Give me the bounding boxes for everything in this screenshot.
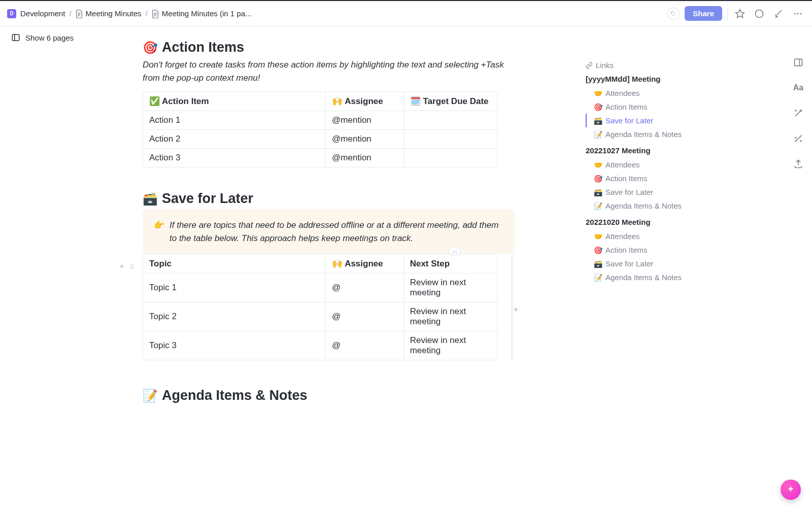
outline-item[interactable]: 📝Agenda Items & Notes: [586, 127, 685, 141]
outline-panel: Links [yyyyMMdd] Meeting🤝Attendees🎯Actio…: [586, 61, 685, 284]
table-cell[interactable]: Review in next meeting: [404, 274, 497, 302]
outline-item[interactable]: 📝Agenda Items & Notes: [586, 270, 685, 284]
outline-item[interactable]: 🤝Attendees: [586, 229, 685, 243]
table-cell[interactable]: @mention: [326, 111, 404, 130]
breadcrumb-leaf[interactable]: Meeting Minutes (in 1 pa...: [152, 9, 252, 18]
outline-item[interactable]: 🎯Action Items: [586, 172, 685, 185]
typography-icon[interactable]: Aa: [793, 82, 804, 93]
table-cell[interactable]: Topic 3: [143, 331, 326, 360]
outline-item[interactable]: 🎯Action Items: [586, 100, 685, 114]
magic-icon[interactable]: [793, 133, 804, 144]
outline-links-header[interactable]: Links: [586, 61, 685, 70]
target-icon: 🎯: [143, 41, 158, 55]
star-icon[interactable]: [733, 7, 747, 21]
drag-handle-icon[interactable]: [128, 263, 136, 270]
outline-item[interactable]: 🗃️Save for Later: [586, 185, 685, 199]
save-later-table[interactable]: Topic 🙌 Assignee Next Step Topic 1@Revie…: [143, 254, 498, 360]
table-cell[interactable]: @: [326, 302, 404, 331]
breadcrumb-mid[interactable]: Meeting Minutes: [76, 9, 142, 18]
table-cell[interactable]: [404, 111, 497, 130]
show-pages-label: Show 6 pages: [25, 33, 74, 42]
table-cell[interactable]: Action 2: [143, 130, 326, 149]
table-cell[interactable]: @: [326, 331, 404, 360]
check-icon: ✅: [149, 96, 160, 106]
outline-item[interactable]: 🤝Attendees: [586, 158, 685, 172]
outline-item[interactable]: 🗃️Save for Later: [586, 114, 685, 127]
save-later-callout-text: If there are topics that need to be addr…: [170, 219, 503, 245]
breadcrumb-root[interactable]: Development: [20, 9, 65, 18]
svg-rect-6: [12, 35, 19, 41]
outline-item[interactable]: 🎯Action Items: [586, 243, 685, 257]
table-cell[interactable]: [404, 149, 497, 167]
svg-point-21: [456, 252, 457, 253]
show-pages-toggle[interactable]: Show 6 pages: [11, 33, 74, 42]
ai-fab-button[interactable]: [781, 480, 801, 500]
outline-item[interactable]: 🗃️Save for Later: [586, 257, 685, 270]
agenda-heading[interactable]: 📝 Agenda Items & Notes: [143, 388, 507, 403]
more-icon[interactable]: [791, 7, 805, 21]
table-cell[interactable]: Topic 2: [143, 302, 326, 331]
table-row[interactable]: Topic 2@Review in next meeting: [143, 302, 497, 331]
outline-section[interactable]: 20221027 Meeting: [586, 146, 685, 155]
action-items-heading[interactable]: 🎯 Action Items: [143, 40, 507, 55]
table-cell[interactable]: @mention: [326, 149, 404, 167]
col-topic[interactable]: Topic: [143, 254, 326, 274]
table-row[interactable]: Topic 3@Review in next meeting: [143, 331, 497, 360]
svg-point-13: [132, 266, 133, 267]
table-cell[interactable]: Review in next meeting: [404, 302, 497, 331]
table-cell[interactable]: Action 3: [143, 149, 326, 167]
add-column-button[interactable]: +: [514, 305, 518, 314]
table-cell[interactable]: Review in next meeting: [404, 331, 497, 360]
table-row[interactable]: Action 3@mention: [143, 149, 497, 167]
table-cell[interactable]: Action 1: [143, 111, 326, 130]
outline-section[interactable]: [yyyyMMdd] Meeting: [586, 75, 685, 83]
col-action-item[interactable]: ✅ Action Item: [143, 92, 326, 111]
sparkle-icon: [786, 485, 795, 494]
svg-point-26: [795, 138, 796, 139]
col-assignee[interactable]: 🙌 Assignee: [326, 92, 404, 111]
outline-item-label: Save for Later: [605, 116, 653, 125]
outline-item-icon: 🤝: [594, 161, 602, 169]
save-later-heading[interactable]: 🗃️ Save for Later: [143, 191, 507, 207]
outline-item[interactable]: 📝Agenda Items & Notes: [586, 199, 685, 213]
table-cell[interactable]: [404, 130, 497, 149]
action-items-note[interactable]: Don't forget to create tasks from these …: [143, 58, 507, 84]
comment-icon[interactable]: [752, 7, 766, 21]
table-row[interactable]: Topic 1@Review in next meeting: [143, 274, 497, 302]
outline-item[interactable]: 🤝Attendees: [586, 86, 685, 100]
point-right-icon: 👉: [154, 219, 164, 245]
row-controls[interactable]: [118, 263, 136, 270]
topbar: D Development / Meeting Minutes / Meetin…: [0, 0, 812, 26]
action-items-table[interactable]: ✅ Action Item 🙌 Assignee 🗓️ Target Due D…: [143, 91, 498, 167]
action-items-heading-text: Action Items: [162, 40, 244, 55]
download-icon[interactable]: [771, 7, 786, 21]
link-icon: [586, 62, 593, 69]
plus-icon[interactable]: [118, 263, 125, 270]
save-later-callout[interactable]: 👉 If there are topics that need to be ad…: [143, 210, 515, 254]
col-due-date[interactable]: 🗓️ Target Due Date: [404, 92, 497, 111]
table-row[interactable]: Action 2@mention: [143, 130, 497, 149]
col-assignee[interactable]: 🙌 Assignee: [326, 254, 404, 274]
tag-icon[interactable]: [667, 8, 680, 20]
table-row[interactable]: Action 1@mention: [143, 111, 497, 130]
outline-item-icon: 📝: [594, 130, 602, 139]
table-cell[interactable]: @mention: [326, 130, 404, 149]
col-next-step[interactable]: Next Step: [404, 254, 497, 274]
outline-section[interactable]: 20221020 Meeting: [586, 218, 685, 226]
table-cell[interactable]: @: [326, 274, 404, 302]
share-button[interactable]: Share: [685, 6, 722, 21]
save-later-heading-text: Save for Later: [162, 191, 253, 207]
export-icon[interactable]: [793, 158, 804, 169]
workspace-badge[interactable]: D: [7, 9, 16, 18]
doc-icon: [76, 10, 83, 18]
breadcrumb-separator: /: [146, 9, 148, 18]
outline-item-label: Attendees: [605, 232, 640, 241]
agenda-heading-text: Agenda Items & Notes: [162, 388, 308, 403]
svg-point-25: [800, 141, 801, 142]
table-cell[interactable]: Topic 1: [143, 274, 326, 302]
panel-icon[interactable]: [793, 57, 804, 68]
outline-item-label: Action Items: [605, 103, 648, 111]
wand-icon[interactable]: [793, 108, 804, 119]
svg-point-2: [756, 10, 763, 17]
breadcrumb-leaf-label: Meeting Minutes (in 1 pa...: [162, 9, 252, 18]
